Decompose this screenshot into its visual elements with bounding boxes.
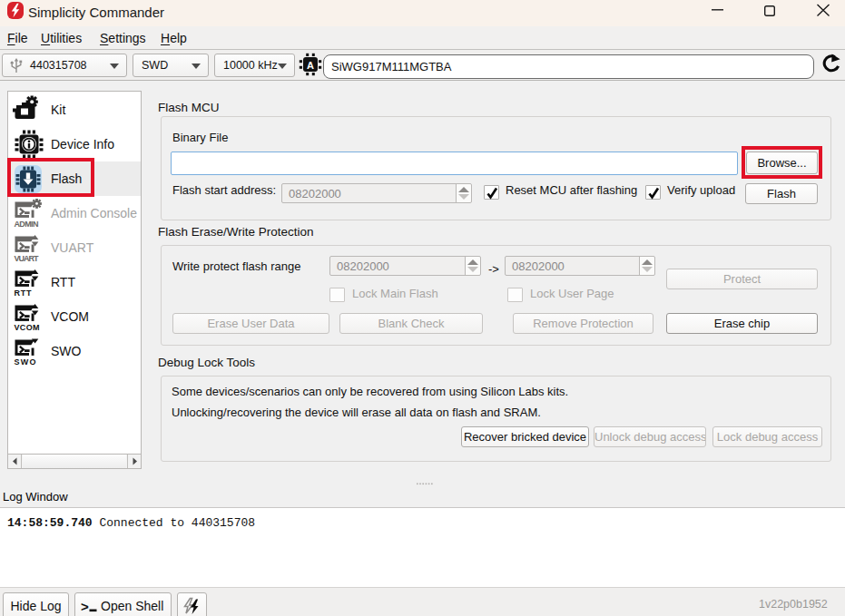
svg-text:>: > bbox=[81, 601, 89, 613]
svg-text:VUART: VUART bbox=[15, 254, 40, 262]
svg-text:ADMIN: ADMIN bbox=[15, 220, 39, 228]
svg-text:SWO: SWO bbox=[15, 357, 36, 366]
svg-text:RTT: RTT bbox=[15, 288, 33, 297]
svg-text:A: A bbox=[307, 60, 314, 71]
svg-text:VCOM: VCOM bbox=[15, 323, 40, 331]
